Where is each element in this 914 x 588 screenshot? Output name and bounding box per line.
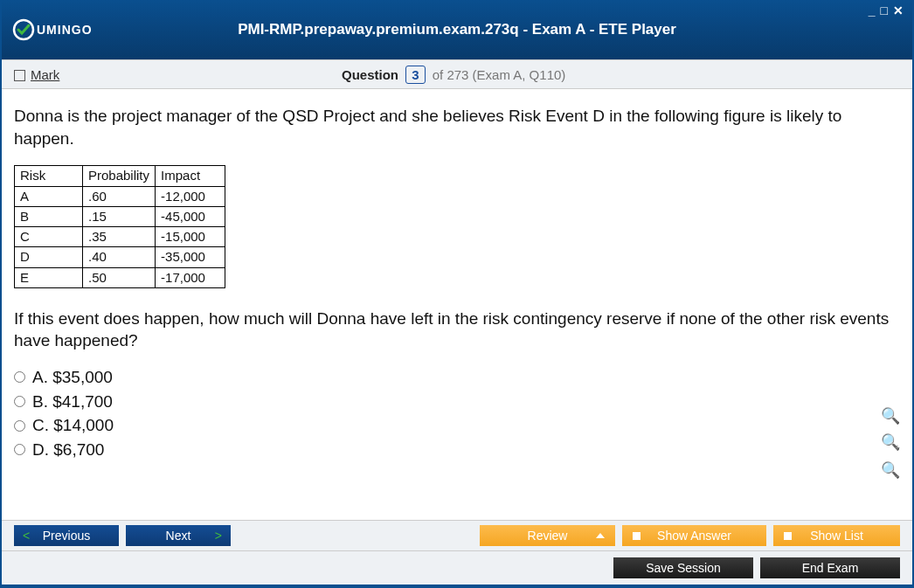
question-count: of 273 (Exam A, Q110) bbox=[433, 67, 566, 82]
maximize-icon[interactable]: □ bbox=[881, 3, 888, 17]
window-title: PMI-RMP.prepaway.premium.exam.273q - Exa… bbox=[238, 21, 676, 38]
end-exam-button[interactable]: End Exam bbox=[760, 557, 900, 578]
table-row: E.50-17,000 bbox=[15, 267, 225, 287]
review-button[interactable]: Review bbox=[480, 525, 615, 546]
footer: <Previous Next> Review Show Answer Show … bbox=[2, 520, 912, 586]
answer-label: D. $6,700 bbox=[32, 439, 104, 461]
question-indicator: Question 3 of 273 (Exam A, Q110) bbox=[59, 66, 848, 84]
table-row: C.35-15,000 bbox=[15, 227, 225, 247]
answer-options: A. $35,000B. $41,700C. $14,000D. $6,700 bbox=[14, 366, 900, 461]
logo-text: UMINGO bbox=[37, 23, 93, 37]
next-button[interactable]: Next> bbox=[126, 525, 231, 546]
table-row: A.60-12,000 bbox=[15, 186, 225, 206]
zoom-out-icon[interactable]: 🔍− bbox=[881, 460, 900, 482]
table-header: Probability bbox=[83, 166, 156, 186]
nav-row: <Previous Next> Review Show Answer Show … bbox=[2, 520, 912, 551]
answer-label: A. $35,000 bbox=[32, 366, 113, 389]
answer-option[interactable]: B. $41,700 bbox=[14, 391, 900, 413]
zoom-controls: 🔍 🔍+ 🔍− bbox=[881, 405, 900, 482]
checkmark-icon bbox=[12, 18, 35, 41]
question-number: 3 bbox=[405, 66, 425, 84]
answer-radio[interactable] bbox=[14, 420, 25, 432]
show-answer-button[interactable]: Show Answer bbox=[622, 525, 766, 546]
previous-button[interactable]: <Previous bbox=[14, 525, 119, 546]
table-row: B.15-45,000 bbox=[15, 206, 225, 226]
mark-label: Mark bbox=[31, 67, 59, 82]
table-header: Impact bbox=[156, 166, 225, 186]
save-session-button[interactable]: Save Session bbox=[613, 557, 753, 578]
question-label: Question bbox=[342, 67, 398, 82]
table-row: D.40-35,000 bbox=[15, 247, 225, 267]
magnify-icon[interactable]: 🔍 bbox=[881, 405, 900, 426]
table-header: Risk bbox=[15, 166, 83, 186]
app-logo: UMINGO bbox=[12, 18, 93, 41]
answer-label: B. $41,700 bbox=[32, 391, 113, 413]
zoom-in-icon[interactable]: 🔍+ bbox=[881, 432, 900, 454]
minimize-icon[interactable]: _ bbox=[869, 3, 876, 17]
answer-radio[interactable] bbox=[14, 396, 25, 407]
window-controls: _ □ ✕ bbox=[869, 3, 904, 17]
answer-label: C. $14,000 bbox=[32, 414, 114, 437]
answer-option[interactable]: A. $35,000 bbox=[14, 366, 900, 389]
question-followup: If this event does happen, how much will… bbox=[14, 308, 900, 352]
close-icon[interactable]: ✕ bbox=[893, 3, 904, 17]
question-prompt: Donna is the project manager of the QSD … bbox=[14, 105, 900, 149]
mark-checkbox[interactable]: Mark bbox=[14, 67, 59, 82]
answer-option[interactable]: D. $6,700 bbox=[14, 439, 900, 461]
answer-radio[interactable] bbox=[14, 371, 25, 383]
question-content: Donna is the project manager of the QSD … bbox=[2, 89, 912, 498]
question-bar: Mark Question 3 of 273 (Exam A, Q110) bbox=[2, 59, 912, 89]
titlebar: _ □ ✕ UMINGO PMI-RMP.prepaway.premium.ex… bbox=[2, 0, 912, 59]
answer-radio[interactable] bbox=[14, 444, 25, 455]
session-row: Save Session End Exam bbox=[2, 551, 912, 586]
show-list-button[interactable]: Show List bbox=[773, 525, 900, 546]
answer-option[interactable]: C. $14,000 bbox=[14, 414, 900, 437]
risk-table: RiskProbabilityImpact A.60-12,000B.15-45… bbox=[14, 165, 225, 288]
